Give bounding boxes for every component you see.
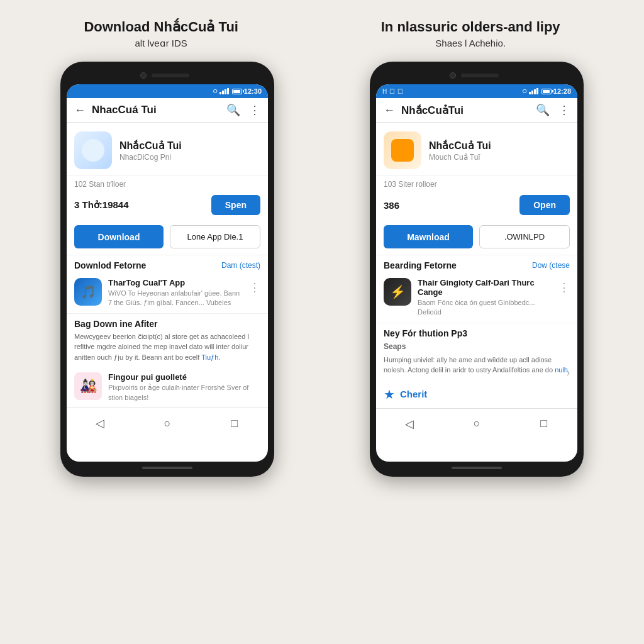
left-status-icons: O 12:30 — [213, 87, 262, 95]
right-app-meta-row: 103 Siter rolloer — [376, 176, 577, 192]
right-phone-screen: H ☐ ☐ O — [376, 84, 577, 462]
right-camera — [450, 72, 456, 79]
right-app-stats-row: 386 Open — [376, 192, 577, 221]
right-bottom-indicator — [452, 467, 502, 469]
right-cherit-row: ★ Cherit — [376, 380, 577, 408]
left-info-body: Mewcygeev beerion c̈iɑipt(c) al store ge… — [74, 333, 249, 361]
svg-rect-2 — [391, 139, 414, 162]
left-app-bar-title: NhacCuá Tui — [92, 104, 226, 116]
left-info-text: Mewcygeev beerion c̈iɑipt(c) al store ge… — [74, 331, 260, 363]
right-app-info: NhắcCuả Tui Mouch Cuả Tuī — [429, 140, 570, 162]
left-section-link[interactable]: Dam (ctest) — [221, 261, 260, 270]
left-back-button[interactable]: ← — [74, 104, 86, 117]
right-nav-back[interactable]: ◁ — [399, 414, 419, 434]
left-signal — [219, 88, 229, 94]
right-app-detail-header: 🎵 NhắcCuả Tui Mouch Cuả Tuī — [376, 123, 577, 176]
left-list-item-1: 🎵 TharTog Cual'T App WiVO To Heyeonan an… — [67, 273, 268, 313]
page-wrapper: Download NhắcCuả Tui alt lveɑr IDS In nl… — [0, 0, 644, 644]
left-info-section: Bag Down ine Afiter Mewcygeev beerion c̈… — [67, 313, 268, 368]
left-list-title-1: TharTog Cual'T App — [108, 278, 243, 287]
left-nav-home[interactable]: ○ — [157, 413, 177, 433]
left-download-button[interactable]: Download — [74, 225, 164, 248]
right-search-icon[interactable]: 🔍 — [536, 103, 550, 117]
right-info-link[interactable]: nulh. — [555, 366, 570, 374]
left-circle-icon: O — [213, 88, 218, 94]
left-notch-bar — [67, 69, 268, 82]
left-battery-icon — [232, 89, 242, 94]
right-info-text: Humping univiel: ally he ame and wiìdde … — [384, 355, 570, 375]
right-nav-square[interactable]: □ — [534, 414, 554, 434]
right-nav-home[interactable]: ○ — [467, 414, 487, 434]
left-time: 12:30 — [244, 87, 262, 95]
right-bottom-nav: ◁ ○ □ — [376, 408, 577, 439]
left-list-more-1[interactable]: ⋮ — [249, 278, 260, 294]
right-list-content-1: Thair Gingioty Calf-Dari Thurc Cange Bao… — [418, 278, 552, 318]
right-headline-title: In nlassuric olders-and lipy — [381, 19, 560, 35]
right-info-sub: Seaps — [384, 341, 570, 352]
right-box1-icon: ☐ — [389, 88, 395, 95]
right-app-meta: 103 Siter rolloer — [384, 180, 437, 189]
right-app-bar-title: NhắcCuảTui — [401, 104, 536, 117]
left-info-title: Bag Down ine Afiter — [74, 319, 260, 329]
right-headline-sub: Shaes l Achehio. — [381, 38, 560, 48]
left-list-content-2: Fingour pui guolleté Pixpvoiris or ảge c… — [108, 372, 260, 402]
left-secondary-button[interactable]: Lone App Die.1 — [170, 225, 260, 248]
right-app-name: NhắcCuả Tui — [429, 140, 570, 152]
right-action-buttons: Mawnload .OWINLPD — [376, 221, 577, 255]
right-app-icon: 🎵 — [384, 131, 421, 169]
right-phone-frame: H ☐ ☐ O — [370, 62, 584, 477]
right-secondary-button[interactable]: .OWINLPD — [479, 225, 570, 248]
right-more-icon[interactable]: ⋮ — [558, 103, 570, 117]
right-list-title-1: Thair Gingioty Calf-Dari Thurc Cange — [418, 278, 552, 297]
left-list-desc-2: Pixpvoiris or ảge culaih·inater Frorshé … — [108, 383, 260, 402]
left-open-button[interactable]: Spen — [211, 195, 260, 215]
left-bottom-indicator — [142, 467, 192, 469]
right-circle-icon: O — [523, 88, 527, 94]
right-battery-icon — [541, 89, 552, 94]
right-download-button[interactable]: Mawnload — [384, 225, 473, 248]
right-status-bar: H ☐ ☐ O — [376, 84, 577, 98]
right-h-icon: H — [382, 88, 387, 95]
right-info-section: Ney Fór thution Pp3 Seaps Humping univie… — [376, 323, 577, 380]
left-list-content-1: TharTog Cual'T App WiVO To Heyeonan anla… — [108, 278, 243, 308]
left-camera — [140, 72, 147, 79]
left-headline-sub: alt lveɑr IDS — [84, 38, 238, 49]
left-search-icon[interactable]: 🔍 — [226, 103, 240, 117]
right-status-left-icons: H ☐ ☐ — [382, 88, 403, 95]
right-app-bar-icons: 🔍 ⋮ — [536, 103, 570, 117]
right-status-icons: O 12:28 — [523, 87, 571, 95]
right-speaker — [461, 74, 499, 77]
right-headline-block: In nlassuric olders-and lipy Shaes l Ach… — [381, 19, 560, 49]
left-app-bar-icons: 🔍 ⋮ — [226, 103, 260, 117]
right-signal — [529, 88, 538, 94]
left-info-link[interactable]: Tiuƒh. — [201, 353, 220, 361]
left-list-title-2: Fingour pui guolleté — [108, 372, 260, 382]
right-back-button[interactable]: ← — [384, 104, 395, 117]
left-app-sub: NhacDiCog Pni — [119, 153, 260, 162]
right-star-icon: ★ — [384, 387, 395, 402]
right-open-button[interactable]: Open — [519, 195, 570, 215]
left-bottom-nav: ◁ ○ □ — [67, 408, 268, 438]
left-app-stats-row: 3 Thở:19844 Spen — [67, 192, 268, 221]
right-list-icon-1: ⚡ — [384, 278, 411, 306]
left-list-item-2: 🎎 Fingour pui guolleté Pixpvoiris or ảge… — [67, 367, 268, 408]
right-info-body: Humping univiel: ally he ame and wiìdde … — [384, 356, 555, 374]
right-notch-bar — [376, 69, 577, 82]
left-phone-frame: O 12:30 — [60, 62, 274, 477]
left-nav-square[interactable]: □ — [225, 413, 245, 433]
left-app-icon: 👩 — [74, 131, 112, 169]
left-more-icon[interactable]: ⋮ — [249, 103, 260, 117]
right-app-bar: ← NhắcCuảTui 🔍 ⋮ — [376, 98, 577, 123]
left-section-title: Downlod Fetorne — [74, 260, 146, 270]
right-cherit-label[interactable]: Cherit — [400, 389, 427, 399]
right-list-desc-1: Baom Fónc òica ón guest Ginibbedc... Def… — [418, 298, 552, 318]
right-section-link[interactable]: Dow (ctese — [532, 261, 570, 270]
left-status-bar: O 12:30 — [67, 84, 268, 98]
left-app-meta: 102 Stan trīloer — [74, 180, 126, 189]
left-phone-bottom-bar — [67, 467, 268, 469]
right-list-more-1[interactable]: ⋮ — [558, 278, 570, 294]
left-list-icon-1: 🎵 — [74, 278, 102, 306]
right-phone-bottom-bar — [376, 467, 577, 469]
left-nav-back[interactable]: ◁ — [90, 413, 110, 433]
right-app-sub: Mouch Cuả Tuī — [429, 153, 570, 162]
